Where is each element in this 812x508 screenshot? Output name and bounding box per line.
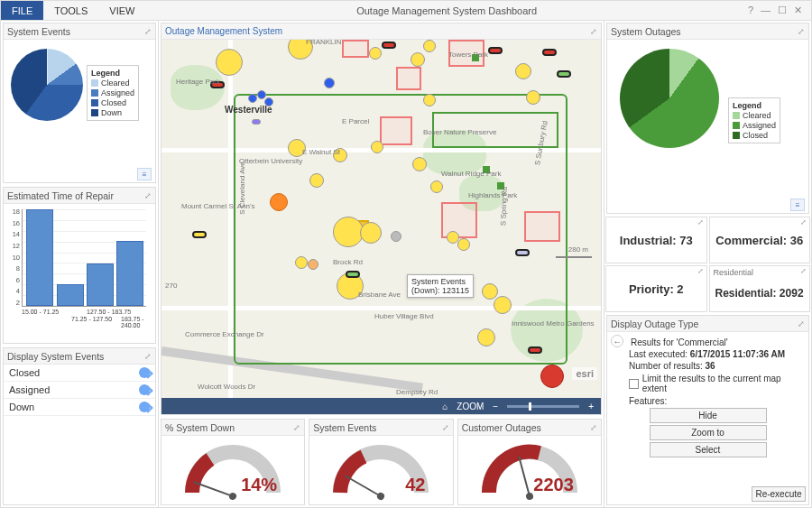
map-event-marker[interactable] — [391, 231, 401, 242]
map-event-marker[interactable] — [526, 90, 540, 105]
display-event-row[interactable]: Assigned — [4, 382, 155, 399]
map-car-marker[interactable] — [192, 231, 207, 238]
back-icon[interactable]: ← — [611, 335, 623, 347]
bar[interactable] — [26, 209, 53, 306]
map-canvas[interactable]: FRANKLIN Westerville Heritage Park Tower… — [161, 40, 601, 398]
map-event-marker[interactable] — [423, 94, 436, 106]
map-event-marker[interactable] — [371, 141, 383, 153]
gauge[interactable]: 14% — [183, 443, 282, 497]
panel-expand-icon[interactable]: ⤢ — [590, 423, 597, 432]
map-car-marker[interactable] — [382, 42, 396, 49]
map-blue-marker[interactable] — [248, 94, 257, 103]
panel-expand-icon[interactable]: ⤢ — [144, 352, 152, 361]
map-event-marker[interactable] — [369, 47, 382, 60]
map-event-marker[interactable] — [430, 180, 443, 193]
repair-time-barchart[interactable]: 18161412108642 15.00 - 71.25 71.25 - 127… — [7, 208, 150, 325]
close-icon[interactable]: ✕ — [794, 5, 802, 16]
panel-expand-icon[interactable]: ⤢ — [697, 267, 704, 275]
map-zone-marker[interactable] — [441, 202, 477, 238]
map-event-marker[interactable] — [482, 283, 498, 300]
panel-expand-icon[interactable]: ⤢ — [144, 27, 152, 36]
panel-menu-icon[interactable]: ≡ — [790, 199, 805, 211]
map-label: E Walnut St — [302, 148, 340, 156]
map-car-marker[interactable] — [488, 47, 503, 54]
go-icon[interactable] — [139, 367, 150, 378]
map-event-marker[interactable] — [457, 238, 470, 251]
last-exec-value: 6/17/2015 11:07:36 AM — [690, 349, 785, 359]
select-button[interactable]: Select — [650, 442, 767, 457]
panel-title: System Events — [7, 26, 70, 37]
map-car-marker[interactable] — [515, 249, 530, 256]
go-icon[interactable] — [139, 384, 150, 395]
map-zone-marker[interactable] — [396, 67, 421, 90]
stat-priority[interactable]: ⤢ Priority: 2 — [605, 265, 707, 312]
map-event-marker[interactable] — [540, 365, 564, 388]
bar[interactable] — [116, 241, 143, 306]
bar[interactable] — [87, 263, 114, 306]
go-icon[interactable] — [139, 402, 150, 412]
panel-expand-icon[interactable]: ⤢ — [798, 319, 805, 328]
stat-label: Industrial: — [620, 234, 677, 247]
window-title: Outage Management System Dashboard — [145, 5, 747, 16]
map-zone-marker[interactable] — [342, 40, 369, 58]
map-event-marker[interactable] — [494, 296, 512, 314]
stat-commercial[interactable]: ⤢ Commercial: 36 — [709, 217, 811, 263]
zoom-to-button[interactable]: Zoom to — [650, 425, 767, 440]
panel-expand-icon[interactable]: ⤢ — [590, 27, 597, 36]
map-event-marker[interactable] — [295, 256, 308, 269]
help-icon[interactable]: ? — [748, 5, 753, 16]
menu-tools[interactable]: TOOLS — [43, 1, 98, 20]
legend-label: Assigned — [101, 88, 134, 97]
gauge[interactable]: 2203 — [480, 443, 579, 497]
panel-expand-icon[interactable]: ⤢ — [800, 218, 807, 226]
map-event-marker[interactable] — [477, 328, 495, 346]
panel-expand-icon[interactable]: ⤢ — [144, 191, 152, 200]
system-outages-pie[interactable] — [620, 49, 719, 148]
maximize-icon[interactable]: ☐ — [778, 5, 787, 16]
map-event-marker[interactable] — [270, 193, 288, 211]
panel-expand-icon[interactable]: ⤢ — [800, 267, 807, 275]
zoom-out-icon[interactable]: − — [493, 402, 498, 411]
panel-expand-icon[interactable]: ⤢ — [293, 423, 300, 432]
map-event-marker[interactable] — [411, 52, 425, 67]
map-event-marker[interactable] — [412, 157, 427, 171]
map-event-marker[interactable] — [333, 217, 364, 247]
minimize-icon[interactable]: — — [761, 5, 770, 16]
legend-swatch — [91, 79, 98, 87]
map-event-marker[interactable] — [308, 259, 318, 270]
panel-expand-icon[interactable]: ⤢ — [697, 218, 704, 226]
map-event-marker[interactable] — [360, 222, 382, 244]
panel-expand-icon[interactable]: ⤢ — [798, 27, 805, 36]
map-car-marker[interactable] — [346, 271, 360, 278]
map-event-marker[interactable] — [309, 173, 324, 188]
display-event-row[interactable]: Closed — [4, 365, 155, 382]
panel-expand-icon[interactable]: ⤢ — [442, 423, 449, 432]
home-icon[interactable]: ⌂ — [442, 402, 448, 411]
map-car-marker[interactable] — [528, 346, 542, 354]
stat-industrial[interactable]: ⤢ Industrial: 73 — [605, 217, 707, 263]
menu-file[interactable]: FILE — [1, 1, 43, 20]
display-event-row[interactable]: Down — [4, 399, 155, 416]
limit-extent-checkbox[interactable] — [629, 379, 639, 389]
map-event-marker[interactable] — [423, 40, 436, 52]
hide-button[interactable]: Hide — [650, 408, 767, 423]
map-blue-marker[interactable] — [324, 78, 335, 88]
display-system-events-panel: Display System Events ⤢ Closed Assigned … — [3, 347, 156, 505]
map-car-marker[interactable] — [557, 70, 571, 78]
zoom-slider[interactable] — [507, 405, 579, 408]
panel-menu-icon[interactable]: ≡ — [137, 168, 152, 180]
map-event-marker[interactable] — [216, 49, 243, 76]
gauge[interactable]: 42 — [331, 443, 430, 497]
map-event-marker[interactable] — [515, 63, 531, 79]
zoom-in-icon[interactable]: + — [588, 402, 594, 411]
map-car-marker[interactable] — [542, 49, 557, 56]
map-zone-marker[interactable] — [380, 116, 412, 145]
map-blue-marker[interactable] — [252, 119, 261, 125]
limit-extent-label: Limit the results to the current map ext… — [642, 374, 803, 393]
bar[interactable] — [57, 284, 84, 306]
stat-residential[interactable]: ⤢ Residential Residential: 2092 — [709, 265, 811, 312]
system-events-pie[interactable] — [11, 49, 83, 121]
menu-view[interactable]: VIEW — [98, 1, 145, 20]
map-zone-marker[interactable] — [524, 211, 560, 242]
reexecute-button[interactable]: Re-execute — [752, 486, 806, 502]
